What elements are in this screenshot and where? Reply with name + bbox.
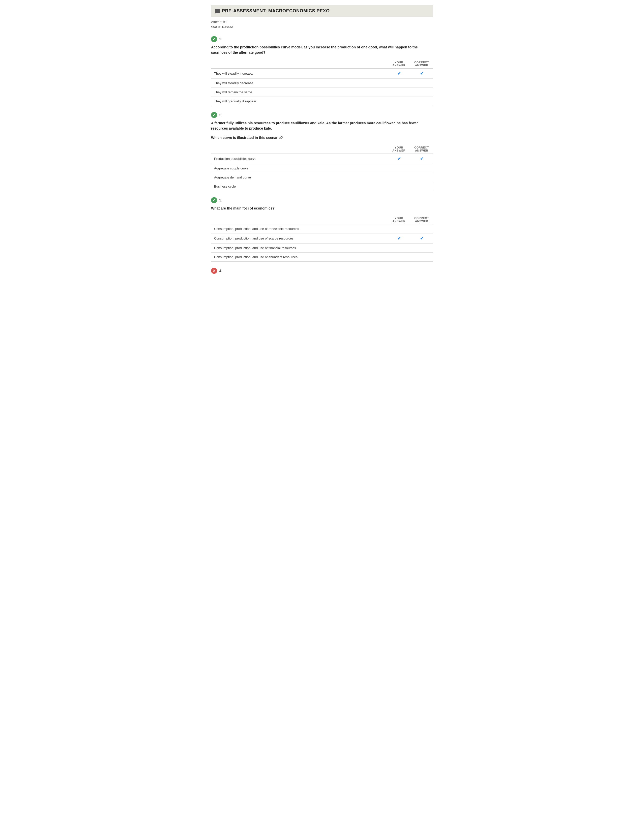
correct-answer-cell: ✔: [410, 68, 433, 79]
correct-answer-cell: [410, 243, 433, 252]
question-header-1: ✓1.: [211, 36, 433, 42]
answer-text: Aggregate supply curve: [211, 164, 388, 173]
question-text-1: According to the production possibilitie…: [211, 45, 433, 55]
question-number-4: 4.: [219, 269, 222, 273]
question-header-4: ✕4.: [211, 268, 433, 274]
your-answer-cell: ✔: [388, 68, 410, 79]
correct-answer-cell: [410, 173, 433, 182]
your-answer-check: ✔: [398, 236, 401, 241]
your-answer-cell: [388, 243, 410, 252]
answer-text: Production possibilities curve: [211, 154, 388, 164]
your-answer-cell: ✔: [388, 233, 410, 243]
answer-row: Consumption, production, and use of scar…: [211, 233, 433, 243]
answer-text: Consumption, production, and use of fina…: [211, 243, 388, 252]
correct-answer-col-header: CORRECT ANSWER: [410, 59, 433, 69]
answer-row: They will remain the same.: [211, 87, 433, 96]
your-answer-cell: [388, 182, 410, 191]
questions-container: ✓1.According to the production possibili…: [211, 36, 433, 274]
correct-answer-cell: [410, 224, 433, 233]
your-answer-col-header: YOUR ANSWER: [388, 145, 410, 154]
question-block-4: ✕4.: [211, 268, 433, 274]
question-block-1: ✓1.According to the production possibili…: [211, 36, 433, 106]
answer-row: Aggregate demand curve: [211, 173, 433, 182]
status-icon-1: ✓: [211, 36, 217, 42]
answer-row: They will steadily increase.✔✔: [211, 68, 433, 79]
answer-row: Production possibilities curve✔✔: [211, 154, 433, 164]
question-number-3: 3.: [219, 198, 222, 202]
answer-row: Business cycle: [211, 182, 433, 191]
answer-text: Consumption, production, and use of scar…: [211, 233, 388, 243]
answer-table-3: YOUR ANSWERCORRECT ANSWERConsumption, pr…: [211, 215, 433, 262]
correct-answer-cell: [410, 87, 433, 96]
correct-answer-cell: [410, 96, 433, 106]
question-block-3: ✓3.What are the main foci of economics?Y…: [211, 197, 433, 262]
your-answer-cell: [388, 79, 410, 87]
correct-answer-check: ✔: [420, 156, 423, 161]
answer-row: Consumption, production, and use of abun…: [211, 252, 433, 261]
your-answer-cell: ✔: [388, 154, 410, 164]
answer-text: They will remain the same.: [211, 87, 388, 96]
answer-text: They will steadily decrease.: [211, 79, 388, 87]
status-icon-2: ✓: [211, 112, 217, 118]
page-header: PRE-ASSESSMENT: MACROECONOMICS PEXO: [211, 5, 433, 17]
correct-answer-col-header: CORRECT ANSWER: [410, 215, 433, 224]
correct-answer-cell: [410, 182, 433, 191]
answer-row: Consumption, production, and use of fina…: [211, 243, 433, 252]
correct-answer-cell: ✔: [410, 233, 433, 243]
answer-table-1: YOUR ANSWERCORRECT ANSWERThey will stead…: [211, 59, 433, 106]
answer-text: Consumption, production, and use of rene…: [211, 224, 388, 233]
your-answer-cell: [388, 252, 410, 261]
answer-text: They will gradually disappear.: [211, 96, 388, 106]
question-header-2: ✓2.: [211, 112, 433, 118]
status-label: Status: Passed: [211, 25, 433, 30]
answer-row: They will steadily decrease.: [211, 79, 433, 87]
correct-answer-cell: ✔: [410, 154, 433, 164]
status-icon-4: ✕: [211, 268, 217, 274]
your-answer-col-header: YOUR ANSWER: [388, 215, 410, 224]
your-answer-check: ✔: [398, 71, 401, 76]
your-answer-cell: [388, 87, 410, 96]
your-answer-cell: [388, 173, 410, 182]
attempt-label: Attempt #1: [211, 19, 433, 25]
answer-col-header: [211, 59, 388, 69]
correct-answer-check: ✔: [420, 236, 423, 241]
correct-answer-cell: [410, 79, 433, 87]
your-answer-cell: [388, 96, 410, 106]
answer-col-header: [211, 215, 388, 224]
attempt-info: Attempt #1 Status: Passed: [211, 19, 433, 30]
question-number-2: 2.: [219, 113, 222, 117]
answer-text: Aggregate demand curve: [211, 173, 388, 182]
answer-text: Business cycle: [211, 182, 388, 191]
your-answer-check: ✔: [398, 156, 401, 161]
answer-text: They will steadily increase.: [211, 68, 388, 79]
answer-table-2: YOUR ANSWERCORRECT ANSWERProduction poss…: [211, 145, 433, 191]
answer-row: They will gradually disappear.: [211, 96, 433, 106]
answer-row: Consumption, production, and use of rene…: [211, 224, 433, 233]
correct-answer-check: ✔: [420, 71, 423, 76]
answer-col-header: [211, 145, 388, 154]
question-header-3: ✓3.: [211, 197, 433, 203]
assessment-icon: [215, 9, 220, 13]
your-answer-cell: [388, 164, 410, 173]
correct-answer-cell: [410, 164, 433, 173]
page-title: PRE-ASSESSMENT: MACROECONOMICS PEXO: [222, 8, 330, 14]
correct-answer-cell: [410, 252, 433, 261]
your-answer-cell: [388, 224, 410, 233]
question-number-1: 1.: [219, 37, 222, 41]
question-text-2-part2: Which curve is illustrated in this scena…: [211, 135, 433, 140]
your-answer-col-header: YOUR ANSWER: [388, 59, 410, 69]
answer-text: Consumption, production, and use of abun…: [211, 252, 388, 261]
question-text-2-part1: A farmer fully utilizes his resources to…: [211, 121, 433, 131]
question-block-2: ✓2.A farmer fully utilizes his resources…: [211, 112, 433, 191]
question-text-3: What are the main foci of economics?: [211, 206, 433, 211]
answer-row: Aggregate supply curve: [211, 164, 433, 173]
correct-answer-col-header: CORRECT ANSWER: [410, 145, 433, 154]
status-icon-3: ✓: [211, 197, 217, 203]
